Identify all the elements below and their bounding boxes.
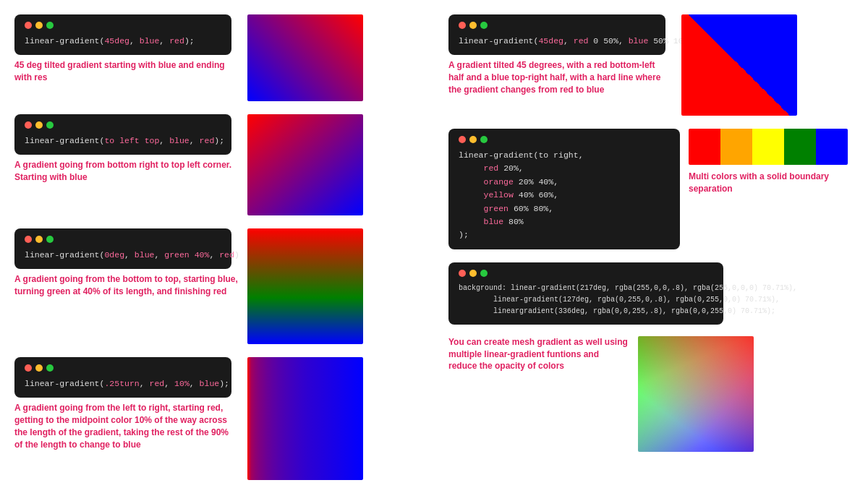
code-block-4: linear-gradient(.25turn, red, 10%, blue)…	[14, 357, 231, 398]
rcard-2: linear-gradient(to right, red 20%, orang…	[448, 129, 854, 249]
tl-yellow-4	[35, 364, 43, 372]
rcode-text-2: linear-gradient(to right, red 20%, orang…	[459, 149, 670, 242]
gradient-3	[247, 228, 363, 344]
gradient-4	[247, 357, 363, 480]
rcard-3-bottom: You can create mesh gradient as well usi…	[448, 336, 854, 452]
rtl-red-1	[459, 22, 466, 29]
card-3: linear-gradient(0deg, blue, green 40%, r…	[14, 228, 420, 344]
card-4: linear-gradient(.25turn, red, 10%, blue)…	[14, 357, 420, 480]
code-text-4: linear-gradient(.25turn, red, 10%, blue)…	[25, 377, 221, 390]
tl-red-4	[25, 364, 32, 372]
tl-green-4	[46, 364, 54, 372]
card-1-content: linear-gradient(45deg, blue, red); 45 de…	[14, 14, 239, 84]
description-4: A gradient going from the left to right,…	[14, 402, 239, 450]
card-4-content: linear-gradient(.25turn, red, 10%, blue)…	[14, 357, 239, 451]
tl-yellow-2	[35, 121, 43, 129]
rdescription-2: Multi colors with a solid boundary separ…	[689, 171, 848, 195]
rgradient-2-bar	[689, 129, 848, 165]
tl-yellow-1	[35, 22, 43, 29]
rgradient-1	[681, 14, 797, 116]
card-3-content: linear-gradient(0deg, blue, green 40%, r…	[14, 228, 239, 298]
rcard-3: background: linear-gradient(217deg, rgba…	[448, 262, 854, 452]
rtl-green-3	[480, 270, 488, 277]
tl-red-2	[25, 121, 32, 129]
tl-green-2	[46, 121, 54, 129]
rcard-3-row: background: linear-gradient(217deg, rgba…	[448, 262, 854, 325]
rtl-red-2	[459, 136, 466, 143]
tl-green-3	[46, 236, 54, 243]
rtl-yellow-2	[469, 136, 477, 143]
rcard-2-row: linear-gradient(to right, red 20%, orang…	[448, 129, 854, 249]
code-text-2: linear-gradient(to left top, blue, red);	[25, 134, 221, 147]
rcode-block-3: background: linear-gradient(217deg, rgba…	[448, 262, 723, 325]
rtl-3	[459, 270, 713, 277]
gradient-1	[247, 14, 363, 101]
description-1: 45 deg tilted gradient starting with blu…	[14, 59, 239, 84]
left-column: linear-gradient(45deg, blue, red); 45 de…	[14, 14, 420, 480]
card-2-content: linear-gradient(to left top, blue, red);…	[14, 114, 239, 184]
traffic-lights-3	[25, 236, 221, 243]
card-1: linear-gradient(45deg, blue, red); 45 de…	[14, 14, 420, 101]
rcard-1-content: linear-gradient(45deg, red 0 50%, blue 5…	[448, 14, 673, 96]
right-column: linear-gradient(45deg, red 0 50%, blue 5…	[448, 14, 854, 480]
rtl-green-1	[480, 22, 488, 29]
rcode-text-3: background: linear-gradient(217deg, rgba…	[459, 283, 713, 317]
tl-red-3	[25, 236, 32, 243]
gradient-2	[247, 114, 363, 215]
rtl-red-3	[459, 270, 466, 277]
code-block-2: linear-gradient(to left top, blue, red);	[14, 114, 231, 155]
rdescription-3: You can create mesh gradient as well usi…	[448, 336, 629, 372]
tl-green-1	[46, 22, 54, 29]
code-block-1: linear-gradient(45deg, blue, red);	[14, 14, 231, 55]
code-text-1: linear-gradient(45deg, blue, red);	[25, 35, 221, 48]
traffic-lights-2	[25, 121, 221, 129]
tl-red-1	[25, 22, 32, 29]
rdescription-1: A gradient tilted 45 degrees, with a red…	[448, 59, 673, 95]
tl-yellow-3	[35, 236, 43, 243]
description-2: A gradient going from bottom right to to…	[14, 159, 239, 184]
rtl-2	[459, 136, 670, 143]
traffic-lights-4	[25, 364, 221, 372]
rtl-1	[459, 22, 655, 29]
rcode-block-2: linear-gradient(to right, red 20%, orang…	[448, 129, 680, 249]
code-text-3: linear-gradient(0deg, blue, green 40%, r…	[25, 249, 221, 262]
code-block-3: linear-gradient(0deg, blue, green 40%, r…	[14, 228, 231, 269]
rcard-2-right: Multi colors with a solid boundary separ…	[689, 129, 848, 195]
card-2: linear-gradient(to left top, blue, red);…	[14, 114, 420, 215]
rcode-block-1: linear-gradient(45deg, red 0 50%, blue 5…	[448, 14, 665, 55]
description-3: A gradient going from the bottom to top,…	[14, 273, 239, 298]
rgradient-3-mesh	[638, 336, 754, 452]
rcard-1: linear-gradient(45deg, red 0 50%, blue 5…	[448, 14, 854, 116]
rtl-yellow-3	[469, 270, 477, 277]
rtl-green-2	[480, 136, 488, 143]
rcode-text-1: linear-gradient(45deg, red 0 50%, blue 5…	[459, 35, 655, 48]
rtl-yellow-1	[469, 22, 477, 29]
traffic-lights-1	[25, 22, 221, 29]
